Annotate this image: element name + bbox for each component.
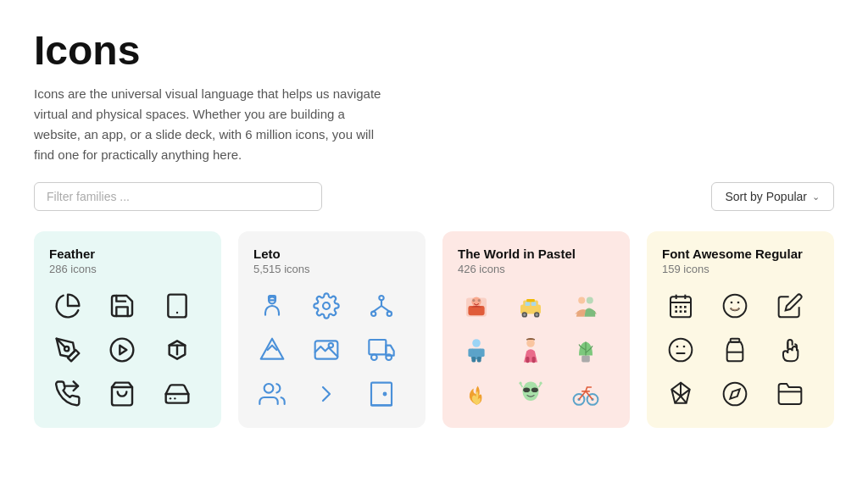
chevron-down-icon: ⌄ [812,191,820,202]
svg-rect-42 [527,299,536,302]
page-description: Icons are the universal visual language … [34,84,390,165]
svg-point-61 [540,382,542,385]
feather-icon-play [103,331,141,369]
leto-icon-worker [253,287,291,324]
leto-icon-landscape [308,331,345,369]
feather-icon-bag [103,375,141,413]
svg-point-28 [383,393,386,396]
svg-marker-93 [731,389,740,398]
feather-icon-grid [49,287,206,413]
svg-point-77 [724,295,747,318]
fa-icon-hand [771,331,809,369]
feather-icon-phone [49,375,86,413]
card-leto-count: 5,515 icons [253,263,410,275]
leto-icon-mountain [253,331,291,369]
leto-icon-arrow [308,375,345,413]
card-fontawesome[interactable]: Font Awesome Regular 159 icons [647,231,834,428]
svg-point-60 [520,382,522,385]
fa-icon-compass [716,375,754,413]
svg-line-91 [681,397,687,403]
svg-marker-19 [261,339,284,359]
page-title: Icons [34,27,834,74]
svg-rect-48 [479,348,484,357]
svg-point-45 [472,339,481,347]
svg-point-2 [64,347,69,351]
svg-rect-31 [468,306,484,315]
card-leto[interactable]: Leto 5,515 icons [238,231,426,428]
cards-row: Feather 286 icons [34,231,834,428]
svg-point-21 [329,343,333,347]
fa-icon-laugh [716,287,754,324]
svg-point-33 [478,299,481,302]
feather-icon-harddrive [159,375,196,413]
svg-point-23 [371,354,377,360]
svg-point-32 [472,299,475,302]
pastel-icon-person [458,331,495,369]
pastel-icon-plants [567,331,604,369]
leto-icon-users [253,375,291,413]
feather-icon-framer [159,331,196,369]
fa-icon-meh [662,331,699,369]
svg-point-44 [586,297,593,304]
fa-icon-calendar [662,287,699,324]
fa-icon-folder [771,375,809,413]
pastel-icon-alien [512,375,549,413]
svg-rect-72 [680,306,682,308]
svg-rect-0 [168,295,186,318]
svg-rect-53 [532,357,536,363]
card-feather[interactable]: Feather 286 icons [34,231,221,428]
svg-point-12 [323,302,330,309]
card-pastel-title: The World in Pastel [458,247,615,261]
svg-point-82 [670,339,693,362]
svg-line-18 [381,306,389,312]
svg-rect-22 [369,340,386,354]
svg-rect-54 [581,355,590,362]
feather-icon-pie [49,287,86,324]
pastel-icon-taxi [512,287,549,324]
sort-button[interactable]: Sort by Popular ⌄ [711,182,835,211]
svg-rect-50 [477,357,481,362]
sort-label: Sort by Popular [726,190,808,203]
feather-icon-save [103,287,141,324]
filter-input[interactable] [34,182,322,211]
svg-point-41 [536,313,538,316]
svg-point-56 [524,387,531,392]
leto-icon-grid [253,287,410,413]
svg-marker-4 [120,346,127,355]
svg-rect-73 [684,306,687,308]
svg-rect-49 [471,357,476,362]
svg-point-80 [731,302,733,304]
svg-point-43 [578,297,585,304]
svg-rect-26 [371,383,392,406]
fa-icon-grid [662,287,819,413]
fa-icon-gem [662,375,699,413]
pastel-icon-superhero [458,287,495,324]
svg-line-17 [373,306,381,312]
card-feather-count: 286 icons [49,263,206,275]
leto-icon-truck [363,331,400,369]
card-pastel[interactable]: The World in Pastel 426 icons [442,231,630,428]
leto-icon-network [363,287,400,324]
pastel-icon-fire [458,375,495,413]
svg-point-51 [527,339,536,347]
svg-line-90 [675,397,681,403]
pastel-icon-woman [512,331,549,369]
svg-rect-75 [680,310,682,313]
leto-icon-door [363,375,400,413]
pastel-icon-grid [458,287,615,413]
card-feather-title: Feather [49,247,206,261]
svg-point-40 [524,313,526,316]
svg-point-25 [264,384,274,393]
pastel-icon-bicycle [567,375,604,413]
feather-icon-pen [49,331,86,369]
feather-icon-tablet [159,287,196,324]
svg-rect-36 [526,302,531,306]
card-pastel-count: 426 icons [458,263,615,275]
svg-rect-74 [675,310,677,313]
svg-point-57 [531,387,538,392]
card-leto-title: Leto [253,247,410,261]
svg-point-84 [676,346,679,348]
pastel-icon-people [567,287,604,324]
svg-point-3 [111,339,134,362]
fa-icon-edit [771,287,809,324]
